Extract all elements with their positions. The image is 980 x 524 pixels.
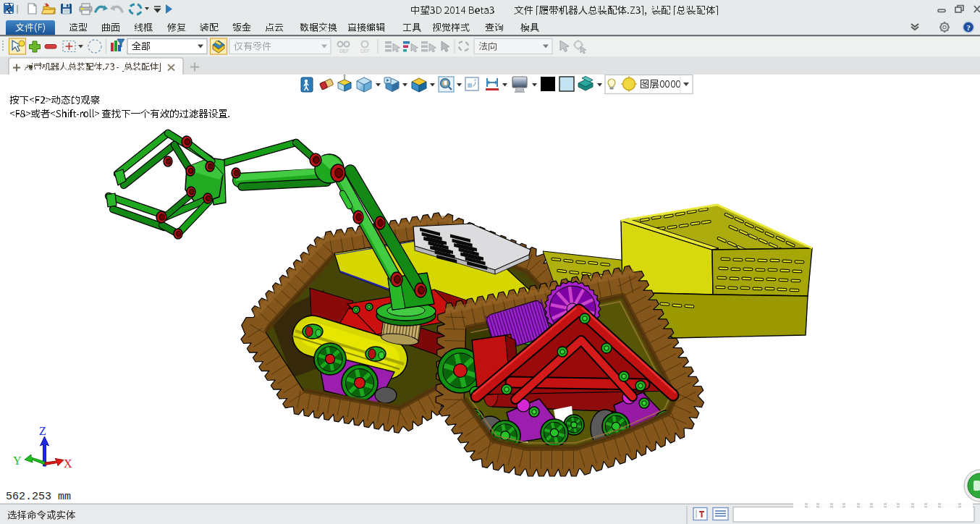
svg-text:DEF: DEF: [360, 48, 370, 54]
svg-text:DEF: DEF: [339, 48, 349, 54]
svg-text:?: ?: [966, 23, 971, 32]
svg-text:562.253 mm: 562.253 mm: [6, 491, 71, 503]
svg-text:Y: Y: [13, 455, 22, 467]
svg-text:Z: Z: [39, 425, 46, 437]
svg-text:X: X: [64, 457, 72, 470]
